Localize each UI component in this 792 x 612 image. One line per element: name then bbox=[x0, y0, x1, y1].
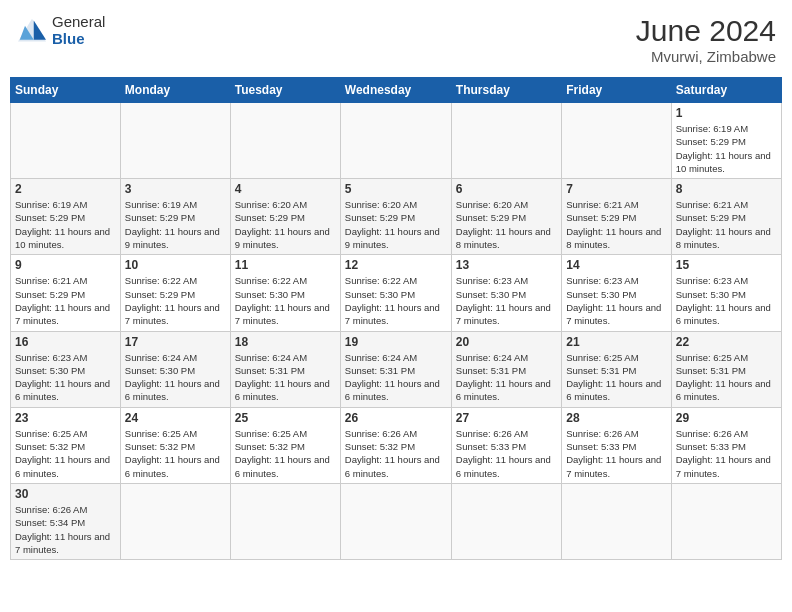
title-block: June 2024 Mvurwi, Zimbabwe bbox=[636, 14, 776, 65]
calendar-cell bbox=[120, 103, 230, 179]
day-info: Sunrise: 6:23 AMSunset: 5:30 PMDaylight:… bbox=[15, 351, 116, 404]
day-info: Sunrise: 6:23 AMSunset: 5:30 PMDaylight:… bbox=[676, 274, 777, 327]
calendar-body: 1Sunrise: 6:19 AMSunset: 5:29 PMDaylight… bbox=[11, 103, 782, 560]
calendar-cell bbox=[562, 103, 671, 179]
day-info: Sunrise: 6:23 AMSunset: 5:30 PMDaylight:… bbox=[566, 274, 666, 327]
calendar-cell: 4Sunrise: 6:20 AMSunset: 5:29 PMDaylight… bbox=[230, 179, 340, 255]
calendar-cell: 24Sunrise: 6:25 AMSunset: 5:32 PMDayligh… bbox=[120, 407, 230, 483]
calendar-week-2: 2Sunrise: 6:19 AMSunset: 5:29 PMDaylight… bbox=[11, 179, 782, 255]
day-number: 8 bbox=[676, 182, 777, 196]
month-year: June 2024 bbox=[636, 14, 776, 48]
day-info: Sunrise: 6:24 AMSunset: 5:31 PMDaylight:… bbox=[235, 351, 336, 404]
calendar-cell bbox=[230, 103, 340, 179]
calendar-cell: 6Sunrise: 6:20 AMSunset: 5:29 PMDaylight… bbox=[451, 179, 561, 255]
calendar-cell: 10Sunrise: 6:22 AMSunset: 5:29 PMDayligh… bbox=[120, 255, 230, 331]
calendar-cell: 16Sunrise: 6:23 AMSunset: 5:30 PMDayligh… bbox=[11, 331, 121, 407]
calendar-cell: 5Sunrise: 6:20 AMSunset: 5:29 PMDaylight… bbox=[340, 179, 451, 255]
day-number: 4 bbox=[235, 182, 336, 196]
calendar-cell: 19Sunrise: 6:24 AMSunset: 5:31 PMDayligh… bbox=[340, 331, 451, 407]
page-header: General Blue June 2024 Mvurwi, Zimbabwe bbox=[10, 10, 782, 69]
calendar-cell: 20Sunrise: 6:24 AMSunset: 5:31 PMDayligh… bbox=[451, 331, 561, 407]
calendar-cell bbox=[562, 483, 671, 559]
calendar-cell bbox=[451, 103, 561, 179]
calendar-cell: 8Sunrise: 6:21 AMSunset: 5:29 PMDaylight… bbox=[671, 179, 781, 255]
calendar-cell bbox=[11, 103, 121, 179]
day-info: Sunrise: 6:26 AMSunset: 5:33 PMDaylight:… bbox=[566, 427, 666, 480]
weekday-header-friday: Friday bbox=[562, 78, 671, 103]
day-info: Sunrise: 6:25 AMSunset: 5:32 PMDaylight:… bbox=[15, 427, 116, 480]
day-info: Sunrise: 6:22 AMSunset: 5:29 PMDaylight:… bbox=[125, 274, 226, 327]
calendar-cell: 23Sunrise: 6:25 AMSunset: 5:32 PMDayligh… bbox=[11, 407, 121, 483]
day-number: 29 bbox=[676, 411, 777, 425]
day-number: 10 bbox=[125, 258, 226, 272]
weekday-header-row: SundayMondayTuesdayWednesdayThursdayFrid… bbox=[11, 78, 782, 103]
weekday-header-sunday: Sunday bbox=[11, 78, 121, 103]
calendar-cell bbox=[230, 483, 340, 559]
calendar-week-5: 23Sunrise: 6:25 AMSunset: 5:32 PMDayligh… bbox=[11, 407, 782, 483]
calendar-cell: 17Sunrise: 6:24 AMSunset: 5:30 PMDayligh… bbox=[120, 331, 230, 407]
day-number: 18 bbox=[235, 335, 336, 349]
calendar-week-3: 9Sunrise: 6:21 AMSunset: 5:29 PMDaylight… bbox=[11, 255, 782, 331]
day-number: 1 bbox=[676, 106, 777, 120]
day-number: 7 bbox=[566, 182, 666, 196]
weekday-header-tuesday: Tuesday bbox=[230, 78, 340, 103]
day-number: 19 bbox=[345, 335, 447, 349]
day-info: Sunrise: 6:26 AMSunset: 5:33 PMDaylight:… bbox=[676, 427, 777, 480]
calendar-cell: 15Sunrise: 6:23 AMSunset: 5:30 PMDayligh… bbox=[671, 255, 781, 331]
day-info: Sunrise: 6:21 AMSunset: 5:29 PMDaylight:… bbox=[566, 198, 666, 251]
weekday-header-saturday: Saturday bbox=[671, 78, 781, 103]
calendar-cell: 26Sunrise: 6:26 AMSunset: 5:32 PMDayligh… bbox=[340, 407, 451, 483]
calendar-cell bbox=[340, 483, 451, 559]
day-number: 15 bbox=[676, 258, 777, 272]
day-info: Sunrise: 6:19 AMSunset: 5:29 PMDaylight:… bbox=[676, 122, 777, 175]
day-info: Sunrise: 6:22 AMSunset: 5:30 PMDaylight:… bbox=[345, 274, 447, 327]
calendar-cell: 11Sunrise: 6:22 AMSunset: 5:30 PMDayligh… bbox=[230, 255, 340, 331]
calendar-cell bbox=[120, 483, 230, 559]
calendar-cell: 29Sunrise: 6:26 AMSunset: 5:33 PMDayligh… bbox=[671, 407, 781, 483]
calendar-cell bbox=[671, 483, 781, 559]
calendar-week-1: 1Sunrise: 6:19 AMSunset: 5:29 PMDaylight… bbox=[11, 103, 782, 179]
day-number: 27 bbox=[456, 411, 557, 425]
calendar-cell: 30Sunrise: 6:26 AMSunset: 5:34 PMDayligh… bbox=[11, 483, 121, 559]
day-number: 21 bbox=[566, 335, 666, 349]
day-info: Sunrise: 6:25 AMSunset: 5:31 PMDaylight:… bbox=[566, 351, 666, 404]
day-number: 3 bbox=[125, 182, 226, 196]
calendar-cell: 28Sunrise: 6:26 AMSunset: 5:33 PMDayligh… bbox=[562, 407, 671, 483]
calendar-cell: 21Sunrise: 6:25 AMSunset: 5:31 PMDayligh… bbox=[562, 331, 671, 407]
day-number: 13 bbox=[456, 258, 557, 272]
calendar-header: SundayMondayTuesdayWednesdayThursdayFrid… bbox=[11, 78, 782, 103]
calendar-cell: 13Sunrise: 6:23 AMSunset: 5:30 PMDayligh… bbox=[451, 255, 561, 331]
calendar-cell: 3Sunrise: 6:19 AMSunset: 5:29 PMDaylight… bbox=[120, 179, 230, 255]
day-info: Sunrise: 6:19 AMSunset: 5:29 PMDaylight:… bbox=[125, 198, 226, 251]
day-info: Sunrise: 6:21 AMSunset: 5:29 PMDaylight:… bbox=[15, 274, 116, 327]
logo: General Blue bbox=[16, 14, 105, 47]
calendar-cell: 7Sunrise: 6:21 AMSunset: 5:29 PMDaylight… bbox=[562, 179, 671, 255]
day-info: Sunrise: 6:20 AMSunset: 5:29 PMDaylight:… bbox=[456, 198, 557, 251]
weekday-header-monday: Monday bbox=[120, 78, 230, 103]
calendar-cell: 22Sunrise: 6:25 AMSunset: 5:31 PMDayligh… bbox=[671, 331, 781, 407]
day-info: Sunrise: 6:24 AMSunset: 5:31 PMDaylight:… bbox=[345, 351, 447, 404]
day-number: 28 bbox=[566, 411, 666, 425]
calendar-week-6: 30Sunrise: 6:26 AMSunset: 5:34 PMDayligh… bbox=[11, 483, 782, 559]
day-number: 11 bbox=[235, 258, 336, 272]
day-info: Sunrise: 6:25 AMSunset: 5:31 PMDaylight:… bbox=[676, 351, 777, 404]
day-info: Sunrise: 6:26 AMSunset: 5:32 PMDaylight:… bbox=[345, 427, 447, 480]
calendar-table: SundayMondayTuesdayWednesdayThursdayFrid… bbox=[10, 77, 782, 560]
day-info: Sunrise: 6:26 AMSunset: 5:33 PMDaylight:… bbox=[456, 427, 557, 480]
location: Mvurwi, Zimbabwe bbox=[636, 48, 776, 65]
calendar-cell: 18Sunrise: 6:24 AMSunset: 5:31 PMDayligh… bbox=[230, 331, 340, 407]
day-info: Sunrise: 6:25 AMSunset: 5:32 PMDaylight:… bbox=[235, 427, 336, 480]
day-number: 24 bbox=[125, 411, 226, 425]
day-number: 20 bbox=[456, 335, 557, 349]
weekday-header-wednesday: Wednesday bbox=[340, 78, 451, 103]
day-number: 12 bbox=[345, 258, 447, 272]
weekday-header-thursday: Thursday bbox=[451, 78, 561, 103]
day-info: Sunrise: 6:20 AMSunset: 5:29 PMDaylight:… bbox=[235, 198, 336, 251]
day-info: Sunrise: 6:23 AMSunset: 5:30 PMDaylight:… bbox=[456, 274, 557, 327]
day-number: 26 bbox=[345, 411, 447, 425]
day-number: 14 bbox=[566, 258, 666, 272]
day-number: 25 bbox=[235, 411, 336, 425]
day-info: Sunrise: 6:24 AMSunset: 5:30 PMDaylight:… bbox=[125, 351, 226, 404]
day-info: Sunrise: 6:22 AMSunset: 5:30 PMDaylight:… bbox=[235, 274, 336, 327]
day-number: 17 bbox=[125, 335, 226, 349]
